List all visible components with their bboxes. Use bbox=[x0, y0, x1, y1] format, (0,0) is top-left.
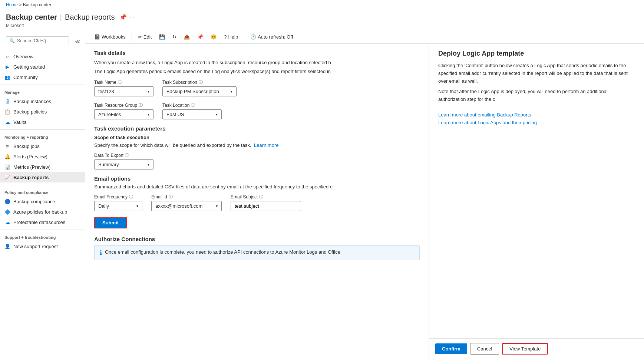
more-options-icon[interactable]: ··· bbox=[130, 14, 135, 21]
task-name-label: Task Name ⓘ bbox=[94, 79, 153, 85]
sidebar-item-vaults[interactable]: ☁ Vaults bbox=[0, 117, 85, 127]
data-to-export-select[interactable]: Summary ▾ bbox=[94, 159, 153, 169]
sidebar-item-label: Azure policies for backup bbox=[13, 209, 67, 215]
sidebar-item-label: Protectable datasources bbox=[13, 220, 65, 225]
overview-icon: ○ bbox=[4, 53, 10, 59]
task-location-info-icon[interactable]: ⓘ bbox=[191, 102, 195, 108]
data-to-export-chevron: ▾ bbox=[148, 162, 149, 167]
sidebar-item-label: Overview bbox=[13, 54, 33, 59]
sidebar-item-community[interactable]: 👥 Community bbox=[0, 72, 85, 82]
sidebar-item-overview[interactable]: ○ Overview bbox=[0, 51, 85, 62]
breadcrumb: Home > Backup center bbox=[0, 0, 644, 10]
sidebar-item-metrics[interactable]: 📊 Metrics (Preview) bbox=[0, 162, 85, 172]
policy-section-label: Policy and compliance bbox=[0, 187, 85, 196]
clock-icon: 🕐 bbox=[250, 34, 256, 40]
getting-started-icon: ▶ bbox=[4, 64, 10, 70]
workbooks-button[interactable]: 📓 Workbooks bbox=[91, 33, 129, 41]
backup-jobs-icon: ≡ bbox=[4, 143, 10, 149]
autorefresh-button[interactable]: 🕐 Auto refresh: Off bbox=[247, 33, 296, 41]
task-details-title: Task details bbox=[94, 50, 420, 56]
edit-button[interactable]: ✏ Edit bbox=[135, 33, 155, 41]
confirm-button[interactable]: Confirm bbox=[435, 343, 467, 354]
refresh-button[interactable]: ↻ bbox=[169, 33, 179, 41]
sidebar-item-backup-policies[interactable]: 📋 Backup policies bbox=[0, 106, 85, 117]
email-subject-info-icon[interactable]: ⓘ bbox=[259, 194, 263, 200]
sidebar-item-getting-started[interactable]: ▶ Getting started bbox=[0, 62, 85, 72]
search-input[interactable] bbox=[17, 38, 66, 43]
email-options-desc: Summarized charts and detailed CSV files… bbox=[94, 184, 420, 190]
scope-desc: Specify the scope for which data will be… bbox=[94, 142, 420, 148]
authorize-box: ℹ Once email configuration is complete, … bbox=[94, 245, 420, 260]
sidebar-item-backup-jobs[interactable]: ≡ Backup jobs bbox=[0, 141, 85, 151]
data-to-export-row: Data To Export ⓘ Summary ▾ bbox=[94, 152, 420, 169]
share-button[interactable]: 📤 bbox=[181, 33, 193, 41]
data-to-export-field: Data To Export ⓘ Summary ▾ bbox=[94, 152, 153, 169]
panel-title: Deploy Logic App template bbox=[438, 50, 635, 57]
data-to-export-value: Summary bbox=[98, 162, 119, 167]
email-id-select[interactable]: axxxx@microsoft.com ▾ bbox=[151, 201, 222, 211]
task-location-select[interactable]: East US ▾ bbox=[162, 109, 222, 119]
help-icon: ? bbox=[224, 34, 227, 40]
task-subscription-select[interactable]: Backup PM Subscription ▾ bbox=[162, 86, 237, 96]
breadcrumb-current: Backup center bbox=[23, 2, 52, 7]
sidebar-item-new-support[interactable]: 👤 New support request bbox=[0, 241, 85, 251]
view-template-button[interactable]: View Template bbox=[502, 343, 548, 355]
help-button[interactable]: ? Help bbox=[221, 33, 241, 41]
workbooks-icon: 📓 bbox=[94, 34, 100, 40]
refresh-icon: ↻ bbox=[172, 34, 176, 40]
sidebar-item-backup-reports[interactable]: 📈 Backup reports bbox=[0, 172, 85, 182]
task-details-desc2: The Logic App generates periodic emails … bbox=[94, 68, 420, 75]
email-subject-label: Email Subject ⓘ bbox=[231, 194, 301, 200]
sidebar-item-backup-compliance[interactable]: 🔵 Backup compliance bbox=[0, 196, 85, 207]
email-subject-input[interactable] bbox=[231, 201, 301, 211]
protectable-icon: ☁ bbox=[4, 219, 10, 225]
task-name-value: test123 bbox=[98, 89, 114, 94]
sidebar-item-label: Getting started bbox=[13, 64, 45, 70]
sidebar-item-alerts[interactable]: 🔔 Alerts (Preview) bbox=[0, 151, 85, 162]
submit-button[interactable]: Submit bbox=[94, 217, 127, 228]
panel-link2[interactable]: Learn more about Logic Apps and their pr… bbox=[438, 120, 635, 125]
azure-policies-icon: 🔷 bbox=[4, 209, 10, 215]
task-location-chevron: ▾ bbox=[216, 112, 218, 116]
sidebar-item-label: Backup instances bbox=[13, 99, 51, 104]
panel-desc1: Clicking the 'Confirm' button below crea… bbox=[438, 62, 635, 85]
pin-icon[interactable]: 📌 bbox=[119, 14, 127, 21]
task-name-info-icon[interactable]: ⓘ bbox=[118, 79, 122, 85]
toolbar-divider bbox=[132, 33, 132, 41]
pin-toolbar-button[interactable]: 📌 bbox=[194, 33, 206, 41]
email-options-section: Email options Summarized charts and deta… bbox=[94, 175, 420, 228]
task-subscription-label: Task Subscription ⓘ bbox=[162, 79, 237, 85]
task-rg-label: Task Resource Group ⓘ bbox=[94, 102, 153, 108]
email-fields-row: Email Frequency ⓘ Daily ▾ Email id bbox=[94, 194, 420, 211]
task-rg-row: Task Resource Group ⓘ AzureFiles ▾ Task … bbox=[94, 102, 420, 119]
exec-section-title: Task execution parameters bbox=[94, 125, 420, 132]
sidebar-item-protectable[interactable]: ☁ Protectable datasources bbox=[0, 217, 85, 227]
sidebar-divider-4 bbox=[0, 230, 85, 230]
cancel-button[interactable]: Cancel bbox=[470, 343, 499, 355]
email-id-field: Email id ⓘ axxxx@microsoft.com ▾ bbox=[151, 194, 222, 211]
sidebar-item-backup-instances[interactable]: 🗄 Backup instances bbox=[0, 96, 85, 106]
save-button[interactable]: 💾 bbox=[156, 33, 168, 41]
learn-more-link[interactable]: Learn more bbox=[254, 142, 278, 148]
task-rg-select[interactable]: AzureFiles ▾ bbox=[94, 109, 153, 119]
task-subscription-field: Task Subscription ⓘ Backup PM Subscripti… bbox=[162, 79, 237, 96]
app-title: Backup center bbox=[6, 13, 57, 22]
sidebar-collapse-button[interactable]: ≪ bbox=[73, 39, 82, 45]
task-name-field: Task Name ⓘ test123 ▾ bbox=[94, 79, 153, 96]
breadcrumb-home[interactable]: Home bbox=[6, 2, 18, 7]
email-frequency-select[interactable]: Daily ▾ bbox=[94, 201, 142, 211]
emoji-button[interactable]: 😊 bbox=[208, 33, 219, 41]
data-to-export-info-icon[interactable]: ⓘ bbox=[125, 152, 129, 158]
task-subscription-info-icon[interactable]: ⓘ bbox=[199, 79, 203, 85]
right-panel: Deploy Logic App template Clicking the '… bbox=[429, 44, 644, 359]
task-rg-info-icon[interactable]: ⓘ bbox=[139, 102, 143, 108]
panel-link1[interactable]: Learn more about emailing Backup Reports bbox=[438, 112, 635, 118]
task-details-section: Task details When you create a new task,… bbox=[94, 50, 420, 119]
sidebar-item-azure-policies[interactable]: 🔷 Azure policies for backup bbox=[0, 207, 85, 217]
task-name-select[interactable]: test123 ▾ bbox=[94, 86, 153, 96]
email-subject-field: Email Subject ⓘ bbox=[231, 194, 301, 211]
task-subscription-value: Backup PM Subscription bbox=[166, 89, 219, 94]
panel-footer: Confirm Cancel View Template bbox=[429, 338, 644, 359]
email-frequency-info-icon[interactable]: ⓘ bbox=[129, 194, 133, 200]
email-id-info-icon[interactable]: ⓘ bbox=[169, 194, 173, 200]
